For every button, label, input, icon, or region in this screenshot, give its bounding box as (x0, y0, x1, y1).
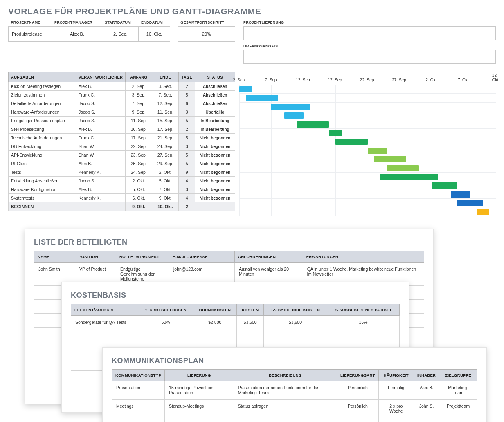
task-owner: Shari W. (76, 142, 126, 151)
sh-col-name: NAME (34, 251, 75, 262)
task-owner: Alex B. (76, 125, 126, 134)
sh-col-email: E-MAIL-ADRESSE (169, 251, 235, 262)
task-owner: Kennedy K. (76, 168, 126, 177)
meta-start[interactable]: 2. Sep. (102, 27, 139, 42)
task-owner: Jacob S. (76, 117, 126, 125)
gantt-row (239, 173, 496, 181)
comm-col-mode: LIEFERUNGSART (337, 369, 379, 381)
task-status: Abschließen (195, 82, 235, 91)
meta-manager[interactable]: Alex B. (52, 27, 102, 42)
gantt-date-label: 27. Sep. (392, 78, 407, 82)
task-name: Zielen zustimmen (9, 91, 76, 99)
task-name: Kick-off-Meeting festlegen (9, 82, 76, 91)
task-row[interactable]: StellenbesetzungAlex B.16. Sep.17. Sep.2… (9, 125, 235, 134)
gantt-bar[interactable] (297, 121, 329, 128)
task-row[interactable]: API-EntwicklungShari W.23. Sep.27. Sep.5… (9, 151, 235, 159)
task-status: Nicht begonnen (195, 185, 235, 194)
task-row[interactable]: Hardware-AnforderungenJacob S.9. Sep.11.… (9, 108, 235, 117)
meta-header-end: ENDDATUM (139, 20, 170, 27)
gantt-bar[interactable] (335, 139, 367, 145)
comm-mode: Persönlich (337, 381, 379, 399)
task-days: 4 (179, 177, 195, 185)
comm-aud: Marketing-Team (439, 381, 477, 399)
task-name: Systemtests (9, 194, 76, 202)
meta-progress[interactable]: 20% (178, 27, 235, 42)
gantt-bar[interactable] (246, 95, 278, 101)
gantt-bar[interactable] (329, 130, 342, 136)
gantt-row (239, 181, 496, 190)
cost-col-item: ELEMENT/AUFGABE (71, 304, 138, 315)
task-row[interactable]: Endgültiger RessourcenplanJacob S.11. Se… (9, 117, 235, 125)
task-status: Abschließen (195, 91, 235, 99)
col-status: STATUS (195, 72, 235, 82)
gantt-bar[interactable] (477, 209, 489, 215)
cost-row[interactable]: Sondergeräte für QA-Tests50%$2,800$3,500… (71, 315, 400, 329)
task-row[interactable]: TestsKennedy K.24. Sep.2. Okt.9Nicht beg… (9, 168, 235, 177)
gantt-row (239, 146, 496, 155)
task-start: 22. Sep. (126, 142, 152, 151)
comm-table: KOMMUNIKATIONSTYP LIEFERUNG BESCHREIBUNG… (112, 369, 477, 422)
scope-input[interactable] (243, 50, 496, 64)
task-row[interactable]: SystemtestsKennedy K.6. Okt.9. Okt.4Nich… (9, 194, 235, 202)
gantt-date-label: 7. Sep. (265, 78, 278, 82)
comm-delivery: 15-minütige PowerPoint-Präsentation (165, 381, 234, 399)
task-owner: Alex B. (76, 159, 126, 168)
task-start: 6. Okt. (126, 194, 152, 202)
comm-row[interactable]: Präsentation15-minütige PowerPoint-Präse… (112, 381, 477, 399)
task-row[interactable]: Zielen zustimmenFrank C.3. Sep.7. Sep.5A… (9, 91, 235, 99)
task-row[interactable]: DB-EntwicklungShari W.22. Sep.24. Sep.3N… (9, 142, 235, 151)
cost-col-actual: TATSÄCHLICHE KOSTEN (264, 304, 327, 315)
task-days: 4 (179, 194, 195, 202)
gantt-bar[interactable] (374, 156, 406, 162)
comm-col-delivery: LIEFERUNG (165, 369, 234, 381)
gantt-bar[interactable] (271, 104, 310, 110)
task-start: 11. Sep. (126, 117, 152, 125)
comm-panel: KOMMUNIKATIONSPLAN KOMMUNIKATIONSTYP LIE… (102, 347, 487, 422)
gantt-bar[interactable] (239, 86, 252, 92)
task-status: Nicht begonnen (195, 159, 235, 168)
task-end: 7. Sep. (152, 91, 179, 99)
task-row[interactable]: Hardware-KonfigurationAlex B.5. Okt.7. O… (9, 185, 235, 194)
gantt-bar[interactable] (380, 174, 438, 180)
gantt-date-label: 12. Sep. (296, 78, 311, 82)
gantt-bar[interactable] (457, 200, 483, 206)
task-owner: Kennedy K. (76, 194, 126, 202)
task-row[interactable]: Kick-off-Meeting festlegenAlex B.2. Sep.… (9, 82, 235, 91)
sh-col-exp: ERWARTUNGEN (303, 251, 424, 262)
gantt-row (239, 164, 496, 173)
col-start: ANFANG (126, 72, 152, 82)
meta-header-manager: PROJEKTMANAGER (52, 20, 102, 27)
meta-name[interactable]: Produktrelease (9, 27, 52, 42)
task-row[interactable]: Entwicklung AbschließenJacob S.2. Okt.5.… (9, 177, 235, 185)
task-row[interactable]: Technische AnforderungenFrank C.17. Sep.… (9, 134, 235, 142)
delivery-input[interactable] (243, 26, 496, 40)
task-status: Nicht begonnen (195, 194, 235, 202)
comm-aud: Projektteam (439, 399, 477, 418)
comm-col-aud: ZIELGRUPPE (439, 369, 477, 381)
comm-type: Meetings (112, 399, 165, 418)
gantt-bar[interactable] (284, 112, 304, 119)
comm-row[interactable]: MeetingsStandup-MeetingsStatus abfragenP… (112, 399, 477, 418)
task-status: Nicht begonnen (195, 142, 235, 151)
gantt-bar[interactable] (387, 165, 419, 171)
gantt-bar[interactable] (451, 191, 470, 198)
cost-spent: 15% (327, 315, 399, 329)
task-days: 2 (179, 82, 195, 91)
task-end: 17. Sep. (152, 125, 179, 134)
task-end: 5. Okt. (152, 177, 179, 185)
gantt-bar[interactable] (368, 148, 387, 154)
task-row[interactable]: Detaillierte AnforderungenJacob S.7. Sep… (9, 99, 235, 108)
page-title: VORLAGE FÜR PROJEKTPLÄNE UND GANTT-DIAGR… (8, 7, 496, 16)
empty-row[interactable] (112, 418, 477, 422)
task-row[interactable]: UI-ClientAlex B.25. Sep.29. Sep.5Nicht b… (9, 159, 235, 168)
task-start: 5. Okt. (126, 185, 152, 194)
cost-actual: $3,600 (264, 315, 327, 329)
comm-freq: Einmalig (378, 381, 414, 399)
col-days: TAGE (179, 72, 195, 82)
gantt-chart: 2. Sep.7. Sep.12. Sep.17. Sep.22. Sep.27… (239, 72, 496, 216)
meta-end[interactable]: 10. Okt. (139, 27, 170, 42)
gantt-bar[interactable] (432, 182, 457, 189)
task-end: 27. Sep. (152, 151, 179, 159)
empty-row[interactable] (71, 329, 400, 343)
task-days: 2 (179, 125, 195, 134)
